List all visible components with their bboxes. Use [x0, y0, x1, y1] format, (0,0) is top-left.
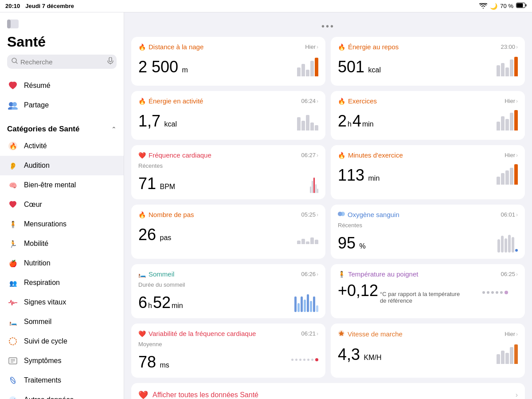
variabilite-chevron: › [317, 331, 318, 337]
distance-nage-time-text: Hier [305, 43, 316, 50]
categories-chevron[interactable]: ⌃ [111, 126, 117, 133]
sidebar-item-partage[interactable]: Partage [0, 95, 124, 115]
card-energie-activite[interactable]: 🔥 Énergie en activité 06:24 › 1,7 kcal [131, 91, 325, 140]
energie-repos-value-group: 501 kcal [338, 58, 381, 76]
sidebar-item-nutrition[interactable]: 🍎 Nutrition [0, 253, 124, 273]
sidebar-item-coeur[interactable]: Cœur [0, 195, 124, 214]
sidebar-item-resume[interactable]: Résumé [0, 76, 124, 95]
card-energie-repos[interactable]: 🔥 Énergie au repos 23:00 › 501 kcal [331, 37, 525, 86]
sidebar-item-sommeil[interactable]: 🛏️ Sommeil [0, 312, 124, 332]
svg-point-10 [12, 102, 17, 107]
oxygene-sublabel: Récentes [338, 222, 518, 229]
show-all-row[interactable]: ❤️ Afficher toutes les données Santé › [131, 383, 525, 399]
sommeil-compound: 6 h 52 min [138, 293, 183, 312]
card-oxygene[interactable]: Oxygène sanguin 06:01 › Récentes 95 % [331, 205, 525, 259]
sidebar-item-mensurations[interactable]: 🧍 Mensurations [0, 214, 124, 234]
vitesse-unit: KM/H [364, 354, 382, 361]
sidebar-item-bienetre[interactable]: 🧠 Bien-être mental [0, 175, 124, 195]
card-energie-repos-title-row: 🔥 Énergie au repos [338, 43, 399, 51]
bienetre-icon: 🧠 [7, 179, 19, 191]
oxygene-time: 06:01 › [501, 211, 518, 218]
card-exercices-header: 🔥 Exercices Hier › [338, 97, 518, 105]
search-bar[interactable] [7, 55, 117, 69]
energie-activite-value-group: 1,7 kcal [138, 112, 177, 130]
partage-label: Partage [24, 101, 49, 109]
exercices-m: 4 [352, 112, 361, 130]
exercices-h: 2 [338, 112, 347, 130]
autres-icon [7, 394, 19, 399]
activite-icon: 🔥 [7, 140, 19, 152]
audition-label: Audition [24, 162, 50, 170]
categories-section-title: Catégories de Santé [7, 125, 79, 134]
sommeil-h-unit: h [148, 302, 152, 310]
temperature-value-row: +0,12 °C par rapport à la températurede … [338, 281, 518, 304]
mic-icon[interactable] [107, 57, 113, 66]
card-exercices[interactable]: 🔥 Exercices Hier › 2 h 4 min [331, 91, 525, 140]
minutes-exercice-time-text: Hier [505, 152, 515, 158]
resume-label: Résumé [24, 82, 51, 90]
sommeil-chart [294, 290, 318, 312]
card-temperature[interactable]: 🧍 Température au poignet 06:25 › +0,12 °… [331, 264, 525, 318]
sidebar-item-mobilite[interactable]: 🏃 Mobilité [0, 234, 124, 253]
sommeil-sublabel: Durée du sommeil [138, 281, 318, 288]
frequence-value-row: 71 BPM [138, 171, 318, 193]
minutes-exercice-value: 113 [338, 166, 364, 184]
variabilite-title: Variabilité de la fréquence cardiaque [149, 330, 256, 337]
variabilite-icon: ❤️ [138, 330, 146, 337]
variabilite-value-row: 78 ms [138, 349, 318, 371]
card-temperature-header: 🧍 Température au poignet 06:25 › [338, 270, 518, 278]
card-vitesse[interactable]: Vitesse de marche Hier › 4,3 KM/H [331, 324, 525, 378]
card-frequence[interactable]: ❤️ Fréquence cardiaque 06:27 › Récentes … [131, 145, 325, 199]
card-minutes-exercice[interactable]: 🔥 Minutes d'exercice Hier › 113 min [331, 145, 525, 199]
show-all-chevron: › [516, 391, 518, 399]
energie-activite-icon: 🔥 [138, 98, 146, 105]
sommeil-card-time-text: 06:26 [301, 271, 316, 277]
search-input[interactable] [20, 58, 105, 66]
card-distance-nage[interactable]: 🔥 Distance à la nage Hier › 2 500 m [131, 37, 325, 86]
moon-icon: 🌙 [490, 3, 497, 10]
coeur-icon [7, 199, 19, 210]
energie-repos-value: 501 [338, 58, 364, 76]
nombre-pas-time: 05:25 › [301, 211, 318, 218]
card-energie-activite-header: 🔥 Énergie en activité 06:24 › [138, 97, 318, 105]
sidebar-item-autres[interactable]: Autres données [0, 390, 124, 399]
partage-icon [7, 99, 19, 111]
sidebar-item-suivi[interactable]: Suivi de cycle [0, 332, 124, 351]
sidebar-title: Santé [7, 34, 117, 50]
minutes-exercice-chevron: › [516, 152, 518, 158]
card-nombre-pas-title-row: 🔥 Nombre de pas [138, 211, 194, 218]
svg-point-29 [9, 396, 16, 399]
card-nombre-pas[interactable]: 🔥 Nombre de pas 05:25 › 26 pas [131, 205, 325, 259]
battery-icon [516, 3, 527, 9]
sidebar-toggle-icon[interactable] [7, 20, 19, 28]
variabilite-value-group: 78 ms [138, 353, 169, 371]
energie-activite-value-row: 1,7 kcal [138, 108, 318, 130]
sidebar-item-activite[interactable]: 🔥 Activité [0, 136, 124, 156]
sidebar-item-audition[interactable]: 👂 Audition [0, 156, 124, 175]
dots-menu[interactable]: ••• [321, 21, 335, 32]
card-sommeil[interactable]: 🛏️ Sommeil 06:26 › Durée du sommeil 6 h … [131, 264, 325, 318]
card-exercices-title-row: 🔥 Exercices [338, 97, 377, 105]
app-container: Santé [0, 12, 532, 399]
energie-activite-title: Énergie en activité [149, 97, 203, 105]
distance-nage-value-group: 2 500 m [138, 58, 188, 76]
exercices-title: Exercices [348, 97, 377, 105]
frequence-chevron: › [317, 152, 318, 158]
symptomes-label: Symptômes [24, 357, 61, 365]
card-nombre-pas-header: 🔥 Nombre de pas 05:25 › [138, 211, 318, 218]
sommeil-m: 52 [153, 293, 171, 312]
temperature-icon: 🧍 [338, 271, 345, 278]
card-energie-repos-header: 🔥 Énergie au repos 23:00 › [338, 43, 518, 51]
sidebar-item-signes[interactable]: Signes vitaux [0, 292, 124, 312]
suivi-icon [7, 336, 19, 347]
card-variabilite[interactable]: ❤️ Variabilité de la fréquence cardiaque… [131, 324, 325, 378]
vitesse-icon [338, 330, 345, 338]
traitements-label: Traitements [24, 376, 61, 384]
nombre-pas-value: 26 [138, 225, 156, 244]
frequence-sublabel: Récentes [138, 162, 318, 169]
minutes-exercice-chart [497, 162, 518, 185]
sidebar-item-symptomes[interactable]: Symptômes [0, 351, 124, 371]
sidebar-item-respiration[interactable]: 👥 Respiration [0, 273, 124, 292]
sidebar-item-traitements[interactable]: Traitements [0, 371, 124, 390]
oxygene-value: 95 [338, 234, 356, 252]
